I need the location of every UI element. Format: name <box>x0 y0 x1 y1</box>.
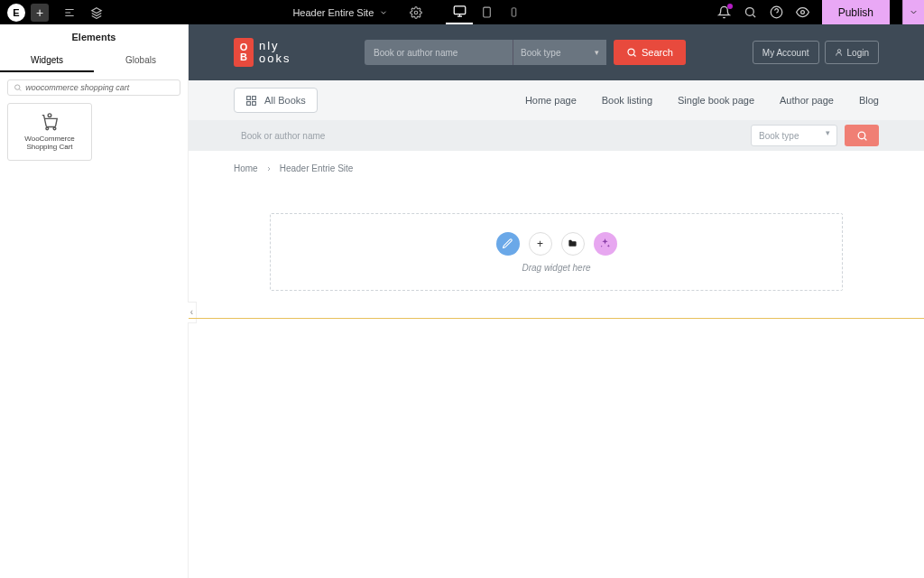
finder-search-icon[interactable] <box>744 5 757 19</box>
search-icon <box>856 130 868 142</box>
header-search-input[interactable] <box>365 40 513 65</box>
search-button-label: Search <box>642 47 673 58</box>
logo-text: nly ooks <box>259 40 291 66</box>
chevron-right-icon <box>265 165 273 172</box>
header-search-button[interactable]: Search <box>614 40 686 65</box>
add-element-button[interactable]: + <box>31 4 49 22</box>
nav-home[interactable]: Home page <box>525 95 577 106</box>
pencil-icon <box>502 238 513 249</box>
widget-label: WooCommerce Shopping Cart <box>8 135 91 152</box>
svg-rect-13 <box>247 96 251 99</box>
sub-search-input[interactable] <box>234 125 744 146</box>
woocommerce-cart-widget[interactable]: WooCommerce Shopping Cart <box>7 103 92 161</box>
tablet-device-button[interactable] <box>473 0 500 24</box>
nav-single[interactable]: Single book page <box>678 95 754 106</box>
widget-search-input[interactable] <box>25 83 174 92</box>
login-button[interactable]: Login <box>825 41 879 64</box>
breadcrumb: Home Header Entrie Site <box>189 151 924 186</box>
svg-point-9 <box>53 127 56 130</box>
all-books-button[interactable]: All Books <box>234 88 318 113</box>
chevron-down-icon <box>379 8 388 17</box>
sub-search-button[interactable] <box>845 125 879 146</box>
nav-row: All Books Home page Book listing Single … <box>189 80 924 120</box>
settings-icon[interactable] <box>410 6 422 19</box>
all-books-label: All Books <box>264 95 306 106</box>
add-container-button[interactable] <box>496 232 520 256</box>
sub-search-row: Book type <box>189 120 924 151</box>
svg-point-4 <box>745 8 753 16</box>
svg-rect-16 <box>253 101 256 105</box>
svg-point-11 <box>628 49 634 55</box>
ai-button[interactable] <box>594 232 617 256</box>
desktop-device-button[interactable] <box>446 0 473 24</box>
header-search: Book type Search <box>365 40 686 65</box>
notification-dot <box>727 4 733 9</box>
svg-point-8 <box>46 127 49 130</box>
user-icon <box>835 48 844 57</box>
svg-point-0 <box>415 11 419 14</box>
svg-point-12 <box>837 50 840 52</box>
svg-rect-15 <box>247 101 251 105</box>
page-title-text: Header Entire Site <box>292 7 374 18</box>
publish-options-button[interactable] <box>902 0 924 24</box>
nav-blog[interactable]: Blog <box>859 95 879 106</box>
publish-button[interactable]: Publish <box>822 0 890 24</box>
page-title-dropdown[interactable]: Header Entire Site <box>292 7 388 18</box>
svg-rect-1 <box>454 6 466 14</box>
grid-icon <box>245 95 257 107</box>
svg-point-7 <box>15 85 20 89</box>
notifications-icon[interactable] <box>717 5 731 19</box>
nav-author[interactable]: Author page <box>780 95 834 106</box>
elementor-logo[interactable]: E <box>7 4 25 22</box>
svg-rect-2 <box>483 7 490 17</box>
svg-rect-3 <box>512 8 516 16</box>
help-icon[interactable] <box>770 5 783 19</box>
nav-listing[interactable]: Book listing <box>602 95 652 106</box>
svg-rect-14 <box>253 96 256 99</box>
layers-icon[interactable] <box>90 6 103 19</box>
breadcrumb-current: Header Entrie Site <box>280 163 354 173</box>
cart-icon <box>40 112 60 132</box>
drop-hint: Drag widget here <box>522 263 590 273</box>
svg-point-17 <box>858 132 865 139</box>
globals-tab[interactable]: Globals <box>94 50 188 72</box>
header-type-select[interactable]: Book type <box>513 40 606 65</box>
breadcrumb-home[interactable]: Home <box>234 163 258 173</box>
drop-zone[interactable]: + Drag widget here <box>270 213 843 291</box>
sparkle-icon <box>599 238 611 249</box>
mobile-device-button[interactable] <box>500 0 527 24</box>
site-header: O B nly ooks Book type <box>189 24 924 80</box>
search-icon <box>626 47 637 58</box>
search-icon <box>14 83 22 92</box>
add-template-button[interactable] <box>561 232 585 256</box>
folder-icon <box>568 238 578 248</box>
structure-icon[interactable] <box>63 6 76 19</box>
add-section-button[interactable]: + <box>529 232 552 256</box>
preview-icon[interactable] <box>796 5 809 19</box>
widget-search-box[interactable] <box>7 79 180 96</box>
publish-label: Publish <box>838 6 873 19</box>
section-divider <box>189 318 924 319</box>
svg-point-10 <box>48 114 51 117</box>
site-logo[interactable]: O B nly ooks <box>234 38 291 67</box>
logo-mark: O B <box>234 38 254 67</box>
sub-type-select[interactable]: Book type <box>751 125 837 146</box>
panel-title: Elements <box>0 24 188 50</box>
my-account-button[interactable]: My Account <box>753 41 819 64</box>
svg-point-6 <box>800 11 804 14</box>
widgets-tab[interactable]: Widgets <box>0 50 94 72</box>
